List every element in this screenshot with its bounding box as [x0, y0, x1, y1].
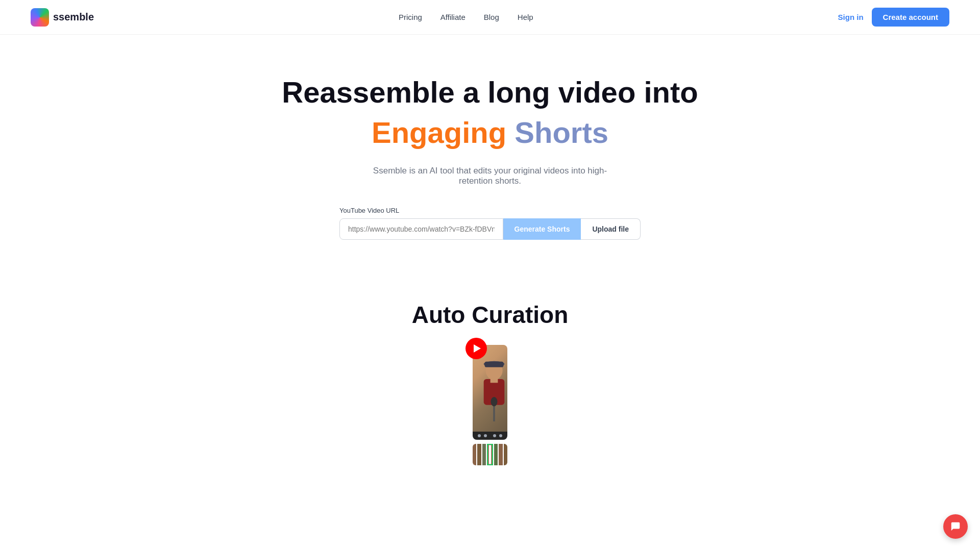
waveform	[473, 401, 507, 421]
pause-icon	[484, 434, 487, 437]
hero-title-line1: Reassemble a long video into	[10, 76, 970, 110]
hero-engaging: Engaging	[372, 116, 506, 149]
sign-in-button[interactable]: Sign in	[838, 13, 864, 21]
nav-links: Pricing Affiliate Blog Help	[399, 13, 533, 21]
youtube-icon-wrapper	[465, 338, 487, 359]
hero-description: Ssemble is an AI tool that edits your or…	[362, 166, 618, 186]
navbar: ssemble Pricing Affiliate Blog Help Sign…	[0, 0, 980, 35]
hero-title-line2: Engaging Shorts	[10, 116, 970, 150]
auto-curation-section: Auto Curation	[0, 270, 980, 488]
video-controls[interactable]	[473, 432, 507, 440]
logo-link[interactable]: ssemble	[31, 8, 94, 27]
thumbnail-cell[interactable]	[487, 444, 493, 465]
fullscreen-icon	[499, 434, 502, 437]
nav-link-affiliate[interactable]: Affiliate	[440, 13, 465, 21]
url-row: Generate Shorts Upload file	[339, 218, 641, 240]
thumbnail-cell[interactable]	[477, 444, 481, 465]
thumbnail-cell[interactable]	[494, 444, 498, 465]
thumbnail-cell[interactable]	[499, 444, 502, 465]
thumbnail-cell[interactable]	[482, 444, 486, 465]
upload-file-button[interactable]: Upload file	[581, 218, 641, 240]
svg-rect-4	[491, 378, 498, 383]
play-icon	[478, 434, 481, 437]
section-title: Auto Curation	[10, 301, 970, 329]
svg-rect-2	[485, 362, 504, 367]
thumbnail-strip[interactable]	[473, 444, 507, 465]
logo-icon	[31, 8, 49, 27]
timeline-handle	[489, 445, 491, 464]
nav-link-pricing[interactable]: Pricing	[399, 13, 422, 21]
thumbnail-cell[interactable]	[473, 444, 476, 465]
nav-actions: Sign in Create account	[838, 8, 949, 27]
thumbnail-cell[interactable]	[504, 444, 507, 465]
nav-link-help[interactable]: Help	[518, 13, 533, 21]
youtube-play-icon	[474, 344, 481, 353]
url-section: YouTube Video URL Generate Shorts Upload…	[339, 207, 641, 240]
hero-section: Reassemble a long video into Engaging Sh…	[0, 35, 980, 270]
logo-text: ssemble	[53, 11, 94, 23]
url-label: YouTube Video URL	[339, 207, 641, 214]
hero-shorts: Shorts	[514, 116, 608, 149]
volume-icon	[493, 434, 496, 437]
youtube-icon	[465, 338, 487, 359]
youtube-url-input[interactable]	[339, 218, 503, 240]
generate-shorts-button[interactable]: Generate Shorts	[503, 218, 581, 240]
create-account-button[interactable]: Create account	[872, 8, 949, 27]
nav-link-blog[interactable]: Blog	[484, 13, 499, 21]
